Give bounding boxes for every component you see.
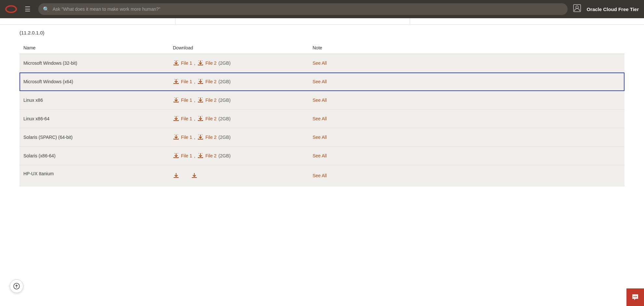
download-file1-win32[interactable]: File 1 <box>173 60 192 66</box>
cell-name-win64: Microsoft Windows (x64) <box>19 73 169 91</box>
file2-label: File 2 <box>205 79 216 84</box>
download-icon <box>173 115 179 122</box>
cell-note-solaris_sparc: See All <box>309 128 625 147</box>
cell-name-linuxx86: Linux x86 <box>19 91 169 110</box>
file2-label: File 2 <box>205 60 216 66</box>
file2-label: File 2 <box>205 135 216 140</box>
download-file2-solaris_sparc[interactable]: File 2 <box>197 134 216 140</box>
download-icon <box>173 97 179 103</box>
cell-name-win32: Microsoft Windows (32-bit) <box>19 54 169 73</box>
table-row: Solaris (SPARC) (64-bit) File 1, <box>19 128 625 147</box>
download-icon <box>197 134 204 140</box>
file1-label: File 1 <box>181 153 192 158</box>
cell-download-linuxx86: File 1, File 2(2GB) <box>169 91 309 110</box>
col-header-note: Note <box>309 42 625 54</box>
col-header-name: Name <box>19 42 169 54</box>
download-file1-win64[interactable]: File 1 <box>173 78 192 85</box>
download-file1-solaris_x8664[interactable]: File 1 <box>173 153 192 159</box>
download-icon <box>173 78 179 85</box>
download-icon <box>197 97 204 103</box>
file1-label: File 1 <box>181 116 192 121</box>
file2-label: File 2 <box>205 153 216 158</box>
table-row: Microsoft Windows (32-bit) File 1, <box>19 54 625 73</box>
download-file2-linuxx86[interactable]: File 2 <box>197 97 216 103</box>
cell-download-linuxx8664: File 1, File 2(2GB) <box>169 110 309 128</box>
file2-label: File 2 <box>205 116 216 121</box>
download-icon <box>197 153 204 159</box>
see-all-link-solaris_sparc[interactable]: See All <box>313 135 327 140</box>
hamburger-menu[interactable]: ☰ <box>22 4 33 14</box>
download-icon <box>197 78 204 85</box>
cell-note-linuxx8664: See All <box>309 110 625 128</box>
see-all-link-win64[interactable]: See All <box>313 79 327 84</box>
download-file2-linuxx8664[interactable]: File 2 <box>197 115 216 122</box>
svg-point-0 <box>6 6 16 12</box>
file1-label: File 1 <box>181 60 192 66</box>
search-bar[interactable]: 🔍 <box>38 3 568 15</box>
user-icon[interactable] <box>573 4 581 14</box>
see-all-link-linuxx8664[interactable]: See All <box>313 116 327 121</box>
navbar: ☰ 🔍 Oracle Cloud Free Tier <box>0 0 644 18</box>
download-icon <box>197 115 204 122</box>
version-label: (11.2.0.1.0) <box>19 30 625 35</box>
navbar-title: Oracle Cloud Free Tier <box>586 7 639 12</box>
svg-rect-40 <box>192 177 197 178</box>
comma-separator: , <box>194 79 195 84</box>
col-header-download: Download <box>169 42 309 54</box>
comma-separator: , <box>194 116 195 121</box>
download-file1-linuxx86[interactable]: File 1 <box>173 97 192 103</box>
download-icon <box>191 172 198 179</box>
see-all-link-linuxx86[interactable]: See All <box>313 98 327 103</box>
file1-label: File 1 <box>181 79 192 84</box>
cell-name-solaris_x8664: Solaris (x86-64) <box>19 147 169 165</box>
table-row: Linux x86-64 File 1, <box>19 110 625 128</box>
cell-name-linuxx8664: Linux x86-64 <box>19 110 169 128</box>
file-size: (2GB) <box>218 116 230 121</box>
file-size: (2GB) <box>218 153 230 158</box>
comma-separator: , <box>194 135 195 140</box>
oracle-logo[interactable] <box>5 3 17 15</box>
file-size: (2GB) <box>218 60 230 66</box>
svg-rect-39 <box>174 177 179 178</box>
download-file1-solaris_sparc[interactable]: File 1 <box>173 134 192 140</box>
comma-separator: , <box>194 98 195 103</box>
table-header-row: Name Download Note <box>19 42 625 54</box>
main-content: (11.2.0.1.0) Name Download Note Microsof… <box>0 25 644 186</box>
cell-download-solaris_sparc: File 1, File 2(2GB) <box>169 128 309 147</box>
download-table: Name Download Note Microsoft Windows (32… <box>19 42 625 186</box>
table-row: HP-UX Itanium See All <box>19 165 625 186</box>
file1-label: File 1 <box>181 98 192 103</box>
download-file2-win32[interactable]: File 2 <box>197 60 216 66</box>
download-icon <box>173 153 179 159</box>
download-icon <box>197 60 204 66</box>
download-icon <box>173 134 179 140</box>
cell-name-solaris_sparc: Solaris (SPARC) (64-bit) <box>19 128 169 147</box>
download-file2-solaris_x8664[interactable]: File 2 <box>197 153 216 159</box>
file-size: (2GB) <box>218 79 230 84</box>
table-row: Microsoft Windows (x64) File 1, <box>19 73 625 91</box>
table-row: Linux x86 File 1, <box>19 91 625 110</box>
cell-note-win32: See All <box>309 54 625 73</box>
cell-download-solaris_x8664: File 1, File 2(2GB) <box>169 147 309 165</box>
cell-download-hpux_itanium <box>169 165 309 186</box>
file-size: (2GB) <box>218 98 230 103</box>
file1-label: File 1 <box>181 135 192 140</box>
cell-note-win64: See All <box>309 73 625 91</box>
see-all-link-win32[interactable]: See All <box>313 60 327 66</box>
cell-note-linuxx86: See All <box>309 91 625 110</box>
cell-note-hpux_itanium: See All <box>309 165 625 186</box>
see-all-link-hpux_itanium[interactable]: See All <box>313 173 327 178</box>
download-file1-linuxx8664[interactable]: File 1 <box>173 115 192 122</box>
file2-label: File 2 <box>205 98 216 103</box>
cell-note-solaris_x8664: See All <box>309 147 625 165</box>
comma-separator: , <box>194 60 195 66</box>
search-icon: 🔍 <box>43 6 49 12</box>
download-icon <box>173 172 179 179</box>
search-input[interactable] <box>53 7 563 12</box>
cell-name-hpux_itanium: HP-UX Itanium <box>19 165 169 186</box>
table-row: Solaris (x86-64) File 1, <box>19 147 625 165</box>
download-file2-win64[interactable]: File 2 <box>197 78 216 85</box>
see-all-link-solaris_x8664[interactable]: See All <box>313 153 327 158</box>
cell-download-win32: File 1, File 2(2GB) <box>169 54 309 73</box>
download-icon <box>173 60 179 66</box>
